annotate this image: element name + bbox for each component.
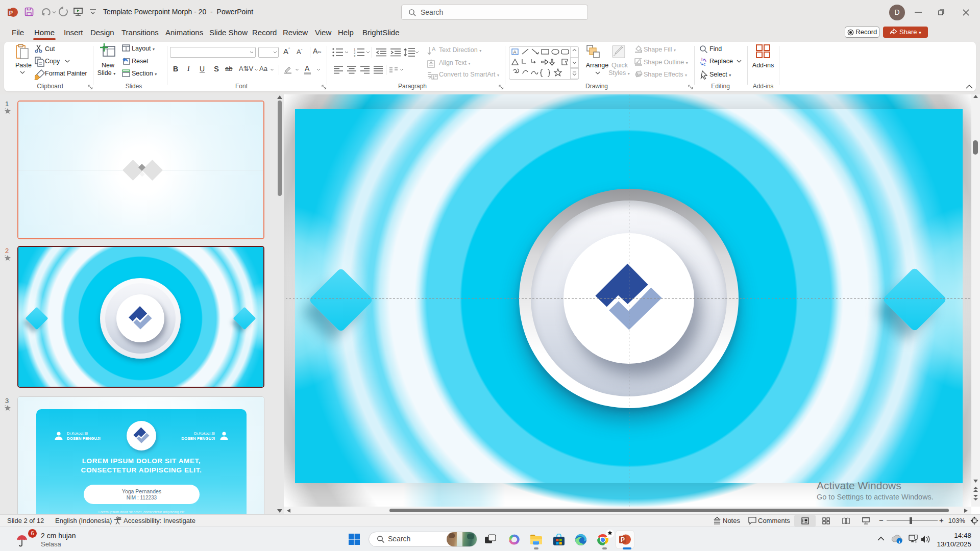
svg-text:P: P — [621, 536, 625, 543]
svg-text:2: 2 — [354, 51, 356, 54]
svg-text:c: c — [703, 62, 706, 67]
svg-text:A: A — [513, 49, 517, 55]
svg-text:1: 1 — [354, 48, 356, 51]
svg-text:P: P — [9, 10, 13, 16]
svg-text:3: 3 — [354, 55, 356, 58]
svg-text:A: A — [432, 46, 436, 52]
